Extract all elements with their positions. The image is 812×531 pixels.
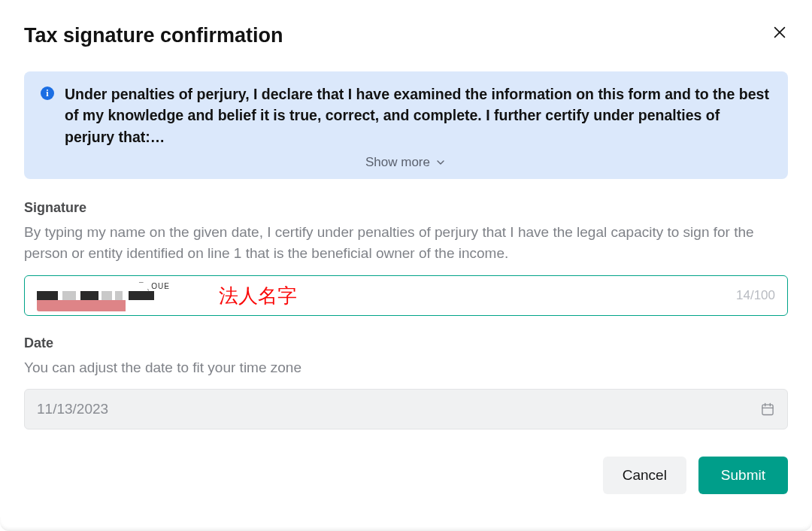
close-button[interactable] [771, 24, 788, 41]
close-icon [771, 32, 788, 43]
signature-input[interactable]: ¯ ˎOUE 法人名字 14/100 [24, 275, 788, 316]
show-more-toggle[interactable]: Show more [41, 155, 771, 170]
date-value: 11/13/2023 [37, 401, 108, 417]
signature-annotation: 法人名字 [219, 282, 297, 308]
signature-fragment-text: ¯ ˎOUE [139, 282, 170, 290]
modal-actions: Cancel Submit [24, 457, 788, 494]
svg-rect-2 [762, 405, 773, 414]
chevron-down-icon [435, 156, 447, 168]
alert-text: Under penalties of perjury, I declare th… [65, 83, 771, 147]
signature-field-block: Signature By typing my name on the given… [24, 200, 788, 316]
show-more-label: Show more [365, 155, 430, 170]
tax-signature-modal: Tax signature confirmation i Under penal… [0, 0, 812, 512]
signature-help: By typing my name on the given date, I c… [24, 222, 788, 265]
date-label: Date [24, 335, 788, 351]
modal-header: Tax signature confirmation [24, 24, 788, 47]
date-input[interactable]: 11/13/2023 [24, 389, 788, 429]
date-help: You can adjust the date to fit your time… [24, 357, 788, 379]
modal-title: Tax signature confirmation [24, 24, 283, 47]
modal-bottom-edge [0, 517, 812, 531]
signature-masked-value [37, 291, 154, 300]
signature-char-count: 14/100 [736, 288, 775, 303]
perjury-alert: i Under penalties of perjury, I declare … [24, 71, 788, 179]
signature-label: Signature [24, 200, 788, 216]
calendar-icon [760, 402, 775, 417]
submit-button[interactable]: Submit [698, 457, 788, 494]
cancel-button[interactable]: Cancel [603, 457, 686, 494]
info-icon: i [41, 86, 54, 100]
signature-redaction-strip [37, 300, 126, 311]
date-field-block: Date You can adjust the date to fit your… [24, 335, 788, 430]
